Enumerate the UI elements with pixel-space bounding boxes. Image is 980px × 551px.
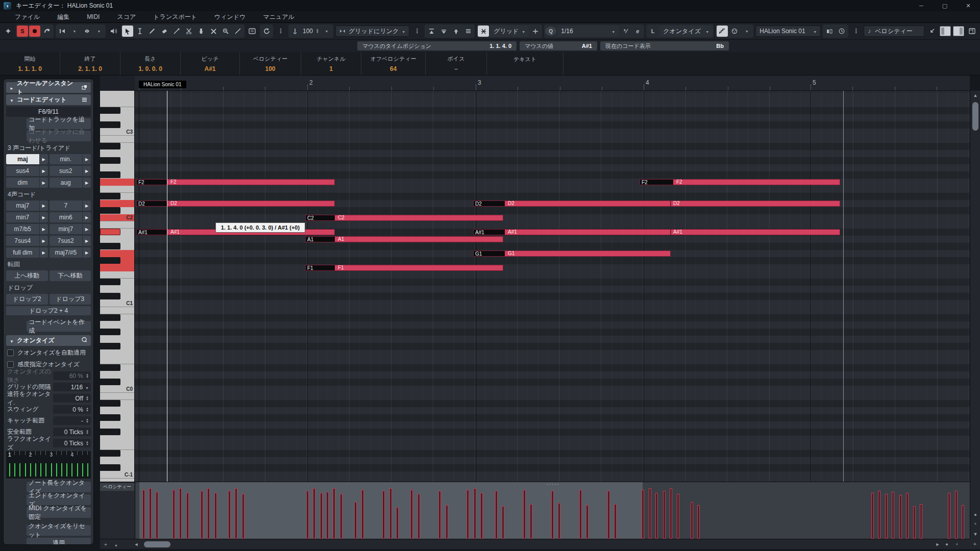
velocity-bar[interactable] [313,488,315,539]
vzoom-dot[interactable]: ● [970,510,980,519]
piano-key-A#-1[interactable] [100,400,134,407]
setup-pin-button[interactable] [3,26,14,37]
midi-note-F1[interactable]: F1F1 [305,265,503,271]
quantize-row-value-box[interactable]: Off [53,394,91,403]
piano-key-E3[interactable] [100,100,134,107]
velocity-bar[interactable] [410,490,413,539]
track-name-tab[interactable]: HALion Sonic 01 [139,81,186,88]
part-editing-options-dropdown[interactable] [93,26,105,37]
velocity-bar[interactable] [340,494,342,539]
piano-key-B-1[interactable] [100,393,134,400]
vzoom-in-button[interactable]: + [970,519,980,529]
piano-key-G#1[interactable] [100,243,134,250]
midi-note-A1[interactable]: A1A1 [305,236,503,242]
vertical-scrollbar[interactable]: ▲ ● + ▼ [970,91,980,539]
section-quantize[interactable]: クオンタイズ [6,335,91,346]
chord-type-button-full dim[interactable]: full dim [6,247,48,258]
drop2-button[interactable]: ドロップ2 [6,294,48,305]
quantize-preset-select[interactable]: 1/16 [557,26,619,37]
velocity-bar[interactable] [691,502,693,539]
black-key[interactable] [100,429,120,435]
popout-icon[interactable] [82,84,87,91]
move-down-button[interactable]: 下へ移動 [50,270,91,281]
velocity-bar[interactable] [186,493,189,539]
velocity-bar[interactable] [649,488,651,539]
hamburger-icon[interactable] [82,96,87,104]
velocity-bar[interactable] [948,493,950,539]
velocity-bar[interactable] [149,488,152,539]
quantize-row-value-box[interactable]: 0 Ticks [53,439,91,447]
midi-note-F2[interactable]: F2F2 [136,179,335,185]
velocity-bar[interactable] [418,494,420,539]
acoustic-feedback-button[interactable] [41,26,53,37]
piano-key-C#1[interactable] [100,293,134,300]
black-key[interactable] [100,121,120,128]
black-key[interactable] [100,364,120,371]
chord-type-button-maj7/#5[interactable]: maj7/#5 [50,247,91,258]
chord-play-icon[interactable] [82,212,91,222]
glue-tool[interactable] [195,26,207,37]
midi-note-D2[interactable]: D2D2 [473,201,671,207]
menu-item-編集[interactable]: 編集 [48,11,78,22]
piano-key-D#0[interactable] [100,364,134,371]
hzoom-dot[interactable]: ● [942,539,951,549]
piano-key-E1[interactable] [100,271,134,279]
velocity-bar[interactable] [228,491,231,539]
piano-key-F#1[interactable] [100,257,134,264]
trim-tool[interactable] [171,26,182,37]
piano-key-C#2[interactable] [100,207,134,214]
piano-key-A0[interactable] [100,321,134,329]
piano-key-C#0[interactable] [100,379,134,386]
quantize-row-value-box[interactable]: 0 Ticks [53,428,91,436]
velocity-bar[interactable] [892,492,894,539]
chord-type-button-min6[interactable]: min6 [50,212,91,222]
black-key[interactable] [100,243,120,249]
chord-play-icon[interactable] [39,166,48,176]
chord-play-icon[interactable] [39,212,48,222]
velocity-editor[interactable]: ····· [135,482,970,539]
velocity-bar[interactable] [361,490,364,539]
maximize-button[interactable]: ▢ [933,0,957,11]
hzoom-in-button[interactable]: + [952,539,962,549]
grid-type-select[interactable]: グリッド [490,26,529,37]
velocity-bar[interactable] [306,491,309,539]
piano-key-B0[interactable] [100,307,134,314]
quantize-row-value-box[interactable]: 0 % [53,405,91,414]
object-selection-tool[interactable] [122,26,133,37]
black-key[interactable] [100,229,120,235]
info-column-ボイス[interactable]: ボイス– [426,52,487,75]
piano-key-E2[interactable] [100,186,134,193]
velocity-bar[interactable] [642,490,644,539]
piano-key-F#2[interactable] [100,171,134,179]
step-input-dropdown[interactable] [741,26,752,37]
piano-key-D#-1[interactable] [100,450,134,457]
piano-key-B2[interactable] [100,136,134,143]
menu-item-トランスポート[interactable]: トランスポート [144,11,206,22]
independent-track-loop-button[interactable] [247,26,258,37]
velocity-bar[interactable] [480,493,483,539]
part-editing-mode-button[interactable] [81,26,92,37]
piano-key-C#-1[interactable] [100,464,134,471]
midi-note-D2[interactable]: D2 [671,201,840,207]
black-key[interactable] [100,293,120,299]
piano-key-E-1[interactable] [100,443,134,450]
black-key[interactable] [100,400,120,407]
piano-key-A2[interactable] [100,150,134,157]
piano-key-G#2[interactable] [100,157,134,164]
vertical-scroll-thumb[interactable] [972,102,978,131]
event-colors-select[interactable]: ♪ ベロシティー [864,26,924,37]
spinner-icon[interactable] [86,396,89,401]
velocity-bar[interactable] [885,494,888,539]
piano-key-D1[interactable] [100,286,134,293]
chord-type-button-minj7[interactable]: minj7 [50,224,91,234]
timeline-ruler[interactable]: HALion Sonic 01 2345 [135,76,970,91]
midi-note-C2[interactable]: C2C2 [305,215,503,221]
chord-type-button-7sus4[interactable]: 7sus4 [6,236,48,246]
piano-key-D0[interactable] [100,371,134,379]
velocity-bar[interactable] [467,490,469,539]
velocity-bar[interactable] [235,488,237,539]
add-lane-button[interactable]: + [104,542,107,547]
piano-key-G2[interactable] [100,164,134,171]
piano-key-F-1[interactable] [100,436,134,443]
midi-note-F2[interactable]: F2F2 [640,179,840,185]
